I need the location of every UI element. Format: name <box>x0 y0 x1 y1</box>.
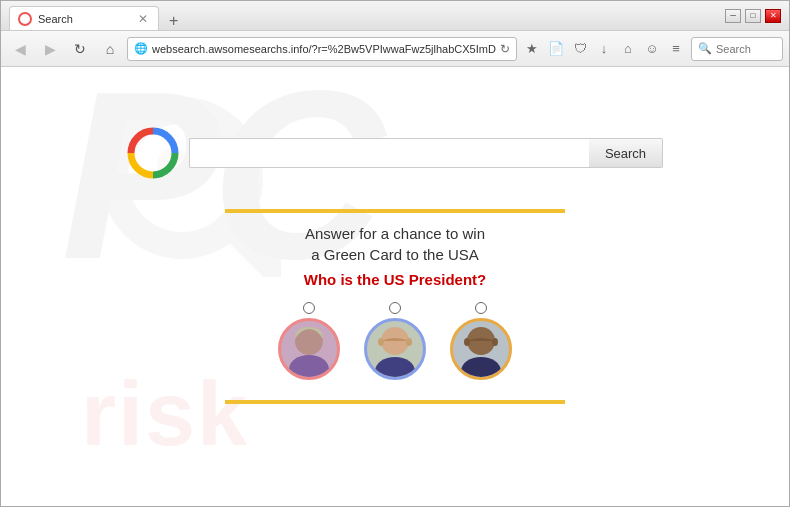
radio-option-1[interactable] <box>303 302 315 314</box>
quiz-option-2[interactable] <box>364 302 426 380</box>
bookmark-button[interactable]: 📄 <box>545 38 567 60</box>
maximize-button[interactable]: □ <box>745 9 761 23</box>
address-bar[interactable]: 🌐 ↻ <box>127 37 517 61</box>
avatar-option-2 <box>364 318 426 380</box>
person-silhouette-1 <box>281 321 337 377</box>
tab-label: Search <box>38 13 73 25</box>
yellow-divider-bottom <box>225 400 565 404</box>
home-icon-button[interactable]: ⌂ <box>617 38 639 60</box>
face-button[interactable]: ☺ <box>641 38 663 60</box>
quiz-options <box>278 302 512 380</box>
tab-close-button[interactable]: ✕ <box>136 12 150 26</box>
home-button[interactable]: ⌂ <box>97 36 123 62</box>
svg-point-9 <box>378 338 384 346</box>
tab-bar: Search ✕ + <box>9 1 725 30</box>
search-button[interactable]: Search <box>589 138 663 168</box>
quiz-title: Answer for a chance to win a Green Card … <box>278 223 512 265</box>
svg-point-13 <box>464 338 470 346</box>
nav-search-box[interactable]: 🔍 <box>691 37 783 61</box>
active-tab[interactable]: Search ✕ <box>9 6 159 30</box>
svg-point-6 <box>289 355 329 377</box>
quiz-option-1[interactable] <box>278 302 340 380</box>
nav-search-input[interactable] <box>716 43 776 55</box>
search-area: Search <box>127 127 663 179</box>
page-content: PC risk Search Answer for a chance to wi… <box>1 67 789 506</box>
url-input[interactable] <box>152 43 496 55</box>
radio-option-3[interactable] <box>475 302 487 314</box>
yellow-divider-top <box>225 209 565 213</box>
nav-bar: ◀ ▶ ↻ ⌂ 🌐 ↻ ★ 📄 🛡 ↓ ⌂ ☺ ≡ 🔍 <box>1 31 789 67</box>
forward-button[interactable]: ▶ <box>37 36 63 62</box>
risk-watermark-text: risk <box>81 363 249 466</box>
nav-search-icon: 🔍 <box>698 42 712 55</box>
quiz-section: Answer for a chance to win a Green Card … <box>258 223 532 380</box>
svg-point-12 <box>461 357 501 377</box>
refresh-inline-icon: ↻ <box>500 42 510 56</box>
quiz-question: Who is the US President? <box>278 271 512 288</box>
nav-icons: ★ 📄 🛡 ↓ ⌂ ☺ ≡ <box>521 38 687 60</box>
tab-favicon <box>18 12 32 26</box>
search-input[interactable] <box>189 138 589 168</box>
shield-button[interactable]: 🛡 <box>569 38 591 60</box>
refresh-button[interactable]: ↻ <box>67 36 93 62</box>
radio-option-2[interactable] <box>389 302 401 314</box>
avatar-option-1 <box>278 318 340 380</box>
new-tab-button[interactable]: + <box>165 12 182 30</box>
svg-point-14 <box>492 338 498 346</box>
search-input-box: Search <box>189 138 663 168</box>
title-bar: Search ✕ + ─ □ ✕ <box>1 1 789 31</box>
browser-window: Search ✕ + ─ □ ✕ ◀ ▶ ↻ ⌂ 🌐 ↻ ★ 📄 🛡 ↓ ⌂ ☺ <box>0 0 790 507</box>
svg-point-8 <box>375 357 415 377</box>
search-logo <box>127 127 179 179</box>
back-button[interactable]: ◀ <box>7 36 33 62</box>
avatar-option-3 <box>450 318 512 380</box>
svg-point-10 <box>406 338 412 346</box>
magnifier-watermark <box>101 97 281 277</box>
minimize-button[interactable]: ─ <box>725 9 741 23</box>
person-silhouette-2 <box>367 321 423 377</box>
menu-button[interactable]: ≡ <box>665 38 687 60</box>
lock-icon: 🌐 <box>134 42 148 55</box>
window-controls: ─ □ ✕ <box>725 9 781 23</box>
person-silhouette-3 <box>453 321 509 377</box>
download-button[interactable]: ↓ <box>593 38 615 60</box>
close-button[interactable]: ✕ <box>765 9 781 23</box>
quiz-option-3[interactable] <box>450 302 512 380</box>
star-button[interactable]: ★ <box>521 38 543 60</box>
